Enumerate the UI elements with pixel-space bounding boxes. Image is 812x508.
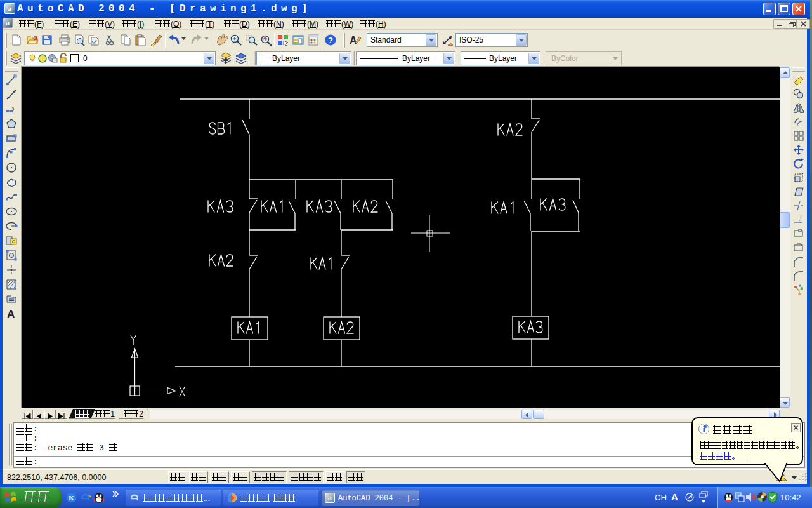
svg-text:K: K [69, 494, 74, 502]
svg-text:A: A [350, 35, 357, 46]
svg-text:?: ? [328, 36, 333, 45]
svg-text:A: A [7, 308, 15, 320]
